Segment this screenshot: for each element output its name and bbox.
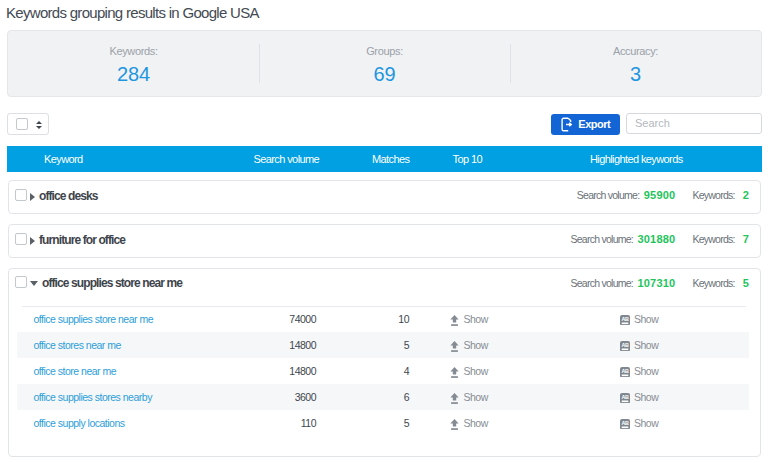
svg-text:AB: AB [622,394,629,400]
svg-text:AB: AB [622,368,629,374]
svg-text:AB: AB [622,342,629,348]
svg-text:AB: AB [622,316,629,322]
svg-text:AB: AB [622,420,629,426]
